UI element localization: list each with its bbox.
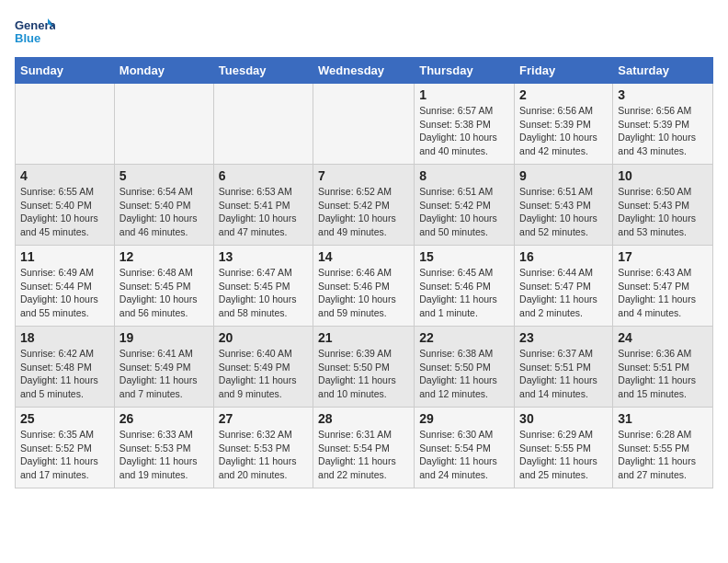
day-number: 26 [119, 411, 209, 426]
day-cell: 21Sunrise: 6:39 AM Sunset: 5:50 PM Dayli… [313, 327, 415, 408]
day-cell: 31Sunrise: 6:28 AM Sunset: 5:55 PM Dayli… [613, 408, 713, 488]
weekday-header-row: SundayMondayTuesdayWednesdayThursdayFrid… [16, 58, 713, 84]
day-cell: 6Sunrise: 6:53 AM Sunset: 5:41 PM Daylig… [213, 165, 313, 246]
day-info: Sunrise: 6:28 AM Sunset: 5:55 PM Dayligh… [618, 428, 708, 482]
day-number: 25 [20, 411, 109, 426]
day-cell: 12Sunrise: 6:48 AM Sunset: 5:45 PM Dayli… [114, 246, 213, 327]
day-cell: 1Sunrise: 6:57 AM Sunset: 5:38 PM Daylig… [415, 84, 515, 165]
day-number: 27 [219, 411, 308, 426]
day-cell: 5Sunrise: 6:54 AM Sunset: 5:40 PM Daylig… [114, 165, 213, 246]
day-cell: 13Sunrise: 6:47 AM Sunset: 5:45 PM Dayli… [213, 246, 313, 327]
day-info: Sunrise: 6:40 AM Sunset: 5:49 PM Dayligh… [219, 347, 308, 401]
day-cell [213, 84, 313, 165]
day-info: Sunrise: 6:57 AM Sunset: 5:38 PM Dayligh… [419, 104, 509, 158]
day-number: 31 [618, 411, 708, 426]
day-info: Sunrise: 6:41 AM Sunset: 5:49 PM Dayligh… [119, 347, 209, 401]
day-number: 17 [618, 249, 708, 264]
day-cell: 7Sunrise: 6:52 AM Sunset: 5:42 PM Daylig… [313, 165, 415, 246]
calendar-table: SundayMondayTuesdayWednesdayThursdayFrid… [15, 57, 713, 488]
day-info: Sunrise: 6:46 AM Sunset: 5:46 PM Dayligh… [318, 266, 409, 320]
day-info: Sunrise: 6:48 AM Sunset: 5:45 PM Dayligh… [119, 266, 209, 320]
day-number: 16 [519, 249, 608, 264]
day-number: 14 [318, 249, 409, 264]
day-number: 10 [618, 168, 708, 183]
day-number: 6 [219, 168, 308, 183]
day-number: 3 [618, 87, 708, 102]
day-info: Sunrise: 6:49 AM Sunset: 5:44 PM Dayligh… [20, 266, 109, 320]
day-info: Sunrise: 6:42 AM Sunset: 5:48 PM Dayligh… [20, 347, 109, 401]
day-number: 12 [119, 249, 209, 264]
day-info: Sunrise: 6:36 AM Sunset: 5:51 PM Dayligh… [618, 347, 708, 401]
day-number: 30 [519, 411, 608, 426]
day-cell: 15Sunrise: 6:45 AM Sunset: 5:46 PM Dayli… [415, 246, 515, 327]
day-cell: 27Sunrise: 6:32 AM Sunset: 5:53 PM Dayli… [213, 408, 313, 488]
day-cell: 14Sunrise: 6:46 AM Sunset: 5:46 PM Dayli… [313, 246, 415, 327]
day-cell: 11Sunrise: 6:49 AM Sunset: 5:44 PM Dayli… [16, 246, 115, 327]
day-number: 29 [419, 411, 509, 426]
day-cell: 30Sunrise: 6:29 AM Sunset: 5:55 PM Dayli… [515, 408, 613, 488]
day-cell: 26Sunrise: 6:33 AM Sunset: 5:53 PM Dayli… [114, 408, 213, 488]
day-number: 20 [219, 330, 308, 345]
day-number: 15 [419, 249, 509, 264]
day-cell: 16Sunrise: 6:44 AM Sunset: 5:47 PM Dayli… [515, 246, 613, 327]
day-cell [16, 84, 115, 165]
day-info: Sunrise: 6:44 AM Sunset: 5:47 PM Dayligh… [519, 266, 608, 320]
day-info: Sunrise: 6:33 AM Sunset: 5:53 PM Dayligh… [119, 428, 209, 482]
week-row-1: 1Sunrise: 6:57 AM Sunset: 5:38 PM Daylig… [16, 84, 713, 165]
weekday-header-tuesday: Tuesday [213, 58, 313, 84]
week-row-4: 18Sunrise: 6:42 AM Sunset: 5:48 PM Dayli… [16, 327, 713, 408]
header: General Blue [15, 15, 713, 48]
day-number: 8 [419, 168, 509, 183]
day-number: 1 [419, 87, 509, 102]
day-cell: 3Sunrise: 6:56 AM Sunset: 5:39 PM Daylig… [613, 84, 713, 165]
week-row-5: 25Sunrise: 6:35 AM Sunset: 5:52 PM Dayli… [16, 408, 713, 488]
day-cell [114, 84, 213, 165]
day-info: Sunrise: 6:56 AM Sunset: 5:39 PM Dayligh… [519, 104, 608, 158]
day-cell: 2Sunrise: 6:56 AM Sunset: 5:39 PM Daylig… [515, 84, 613, 165]
day-number: 4 [20, 168, 109, 183]
day-info: Sunrise: 6:29 AM Sunset: 5:55 PM Dayligh… [519, 428, 608, 482]
weekday-header-wednesday: Wednesday [313, 58, 415, 84]
day-cell: 4Sunrise: 6:55 AM Sunset: 5:40 PM Daylig… [16, 165, 115, 246]
day-cell: 25Sunrise: 6:35 AM Sunset: 5:52 PM Dayli… [16, 408, 115, 488]
weekday-header-monday: Monday [114, 58, 213, 84]
weekday-header-friday: Friday [515, 58, 613, 84]
day-number: 18 [20, 330, 109, 345]
day-number: 21 [318, 330, 409, 345]
day-cell: 24Sunrise: 6:36 AM Sunset: 5:51 PM Dayli… [613, 327, 713, 408]
day-info: Sunrise: 6:56 AM Sunset: 5:39 PM Dayligh… [618, 104, 708, 158]
day-info: Sunrise: 6:51 AM Sunset: 5:43 PM Dayligh… [519, 185, 608, 239]
day-cell: 29Sunrise: 6:30 AM Sunset: 5:54 PM Dayli… [415, 408, 515, 488]
week-row-3: 11Sunrise: 6:49 AM Sunset: 5:44 PM Dayli… [16, 246, 713, 327]
weekday-header-thursday: Thursday [415, 58, 515, 84]
day-info: Sunrise: 6:53 AM Sunset: 5:41 PM Dayligh… [219, 185, 308, 239]
day-info: Sunrise: 6:54 AM Sunset: 5:40 PM Dayligh… [119, 185, 209, 239]
day-info: Sunrise: 6:47 AM Sunset: 5:45 PM Dayligh… [219, 266, 308, 320]
svg-text:Blue: Blue [15, 31, 40, 45]
day-number: 11 [20, 249, 109, 264]
day-info: Sunrise: 6:30 AM Sunset: 5:54 PM Dayligh… [419, 428, 509, 482]
day-number: 9 [519, 168, 608, 183]
day-info: Sunrise: 6:32 AM Sunset: 5:53 PM Dayligh… [219, 428, 308, 482]
day-number: 5 [119, 168, 209, 183]
day-cell: 28Sunrise: 6:31 AM Sunset: 5:54 PM Dayli… [313, 408, 415, 488]
day-number: 28 [318, 411, 409, 426]
logo-icon: General Blue [15, 15, 55, 48]
day-cell: 20Sunrise: 6:40 AM Sunset: 5:49 PM Dayli… [213, 327, 313, 408]
day-cell: 9Sunrise: 6:51 AM Sunset: 5:43 PM Daylig… [515, 165, 613, 246]
day-number: 23 [519, 330, 608, 345]
weekday-header-saturday: Saturday [613, 58, 713, 84]
day-info: Sunrise: 6:45 AM Sunset: 5:46 PM Dayligh… [419, 266, 509, 320]
day-cell: 8Sunrise: 6:51 AM Sunset: 5:42 PM Daylig… [415, 165, 515, 246]
day-info: Sunrise: 6:43 AM Sunset: 5:47 PM Dayligh… [618, 266, 708, 320]
day-cell: 18Sunrise: 6:42 AM Sunset: 5:48 PM Dayli… [16, 327, 115, 408]
day-number: 24 [618, 330, 708, 345]
day-info: Sunrise: 6:38 AM Sunset: 5:50 PM Dayligh… [419, 347, 509, 401]
day-number: 19 [119, 330, 209, 345]
day-number: 13 [219, 249, 308, 264]
day-info: Sunrise: 6:51 AM Sunset: 5:42 PM Dayligh… [419, 185, 509, 239]
day-info: Sunrise: 6:55 AM Sunset: 5:40 PM Dayligh… [20, 185, 109, 239]
day-info: Sunrise: 6:39 AM Sunset: 5:50 PM Dayligh… [318, 347, 409, 401]
day-cell: 23Sunrise: 6:37 AM Sunset: 5:51 PM Dayli… [515, 327, 613, 408]
logo: General Blue [15, 15, 59, 48]
